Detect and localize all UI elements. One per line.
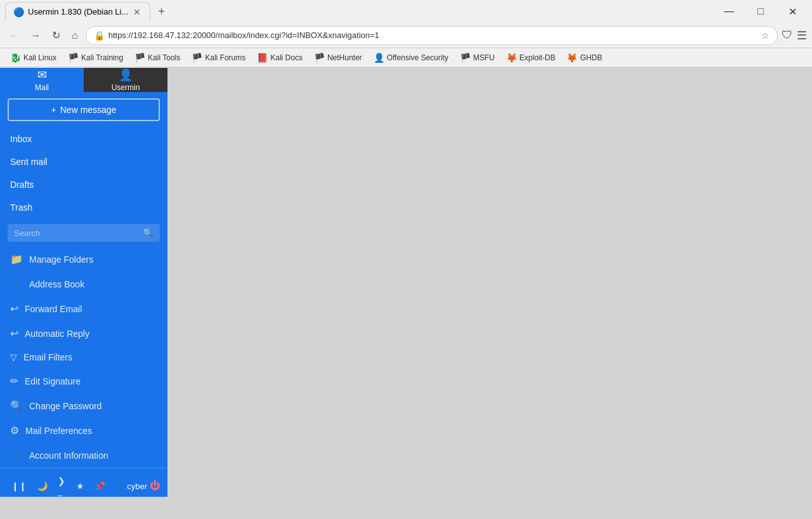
exploit-db-icon: 🦊 (506, 53, 517, 63)
sidebar-item-inbox[interactable]: Inbox (0, 128, 167, 150)
mail-preferences-label: Mail Preferences (25, 426, 92, 436)
bookmark-nethunter[interactable]: 🏴 NetHunter (309, 51, 367, 65)
new-tab-button[interactable]: + (153, 3, 170, 21)
bookmark-ghdb[interactable]: 🦊 GHDB (561, 51, 607, 65)
minimize-button[interactable]: — (714, 1, 743, 22)
title-bar: 🔵 Usermin 1.830 (Debian Li... ✕ + — □ ✕ (0, 0, 812, 23)
sidebar: ✉ Mail 👤 Usermin + New message Inbox Sen… (0, 68, 167, 497)
shield-icon: 🛡 (782, 29, 793, 42)
bookmark-label: Offensive Security (387, 53, 449, 62)
search-icon: 🔍 (143, 228, 154, 238)
bookmark-label: MSFU (473, 53, 495, 62)
user-info: 👤 cyber (114, 482, 147, 491)
trash-label: Trash (10, 202, 32, 213)
sidebar-tab-mail[interactable]: ✉ Mail (0, 68, 84, 92)
automatic-reply-icon: ↩ (10, 327, 18, 339)
sidebar-item-drafts[interactable]: Drafts (0, 173, 167, 196)
sidebar-item-mail-preferences[interactable]: ⚙ Mail Preferences (0, 418, 167, 443)
bottom-btn-dashboard[interactable]: ❙❙ (8, 478, 30, 494)
account-information-label: Account Information (29, 450, 108, 461)
search-bar[interactable]: 🔍 (8, 224, 160, 242)
address-bar-icons: ☆ (761, 30, 769, 41)
sidebar-tab-usermin[interactable]: 👤 Usermin (84, 68, 167, 92)
bookmark-label: Kali Tools (148, 53, 180, 62)
bookmark-kali-tools[interactable]: 🏴 Kali Tools (129, 51, 185, 65)
kali-forums-icon: 🏴 (192, 53, 202, 63)
browser-tab-active[interactable]: 🔵 Usermin 1.830 (Debian Li... ✕ (5, 2, 150, 21)
forward-email-icon: ↩ (10, 303, 18, 315)
search-input[interactable] (14, 228, 139, 238)
bookmark-kali-forums[interactable]: 🏴 Kali Forums (187, 51, 251, 65)
email-filters-label: Email Filters (23, 352, 72, 362)
main-content (167, 68, 812, 497)
manage-folders-label: Manage Folders (29, 254, 93, 265)
new-message-button[interactable]: + New message (8, 98, 160, 121)
address-bar[interactable]: 🔒 https://192.168.47.132:20000/mailbox/i… (86, 26, 778, 45)
sidebar-item-account-information[interactable]: 👤 Account Information (0, 443, 167, 468)
sidebar-item-trash[interactable]: Trash (0, 196, 167, 219)
address-book-icon: 👤 (10, 278, 23, 290)
tab-bar: 🔵 Usermin 1.830 (Debian Li... ✕ + (5, 2, 714, 21)
bookmark-offensive-security[interactable]: 👤 Offensive Security (369, 51, 454, 65)
browser-chrome: 🔵 Usermin 1.830 (Debian Li... ✕ + — □ ✕ … (0, 0, 812, 68)
address-book-label: Address Book (29, 279, 84, 289)
sidebar-item-address-book[interactable]: 👤 Address Book (0, 272, 167, 296)
bottom-btn-pin[interactable]: 📌 (91, 478, 109, 494)
ghdb-icon: 🦊 (566, 53, 577, 63)
sidebar-item-edit-signature[interactable]: ✏ Edit Signature (0, 369, 167, 393)
refresh-button[interactable]: ↻ (48, 27, 64, 44)
bookmark-label: Kali Forums (205, 53, 246, 62)
sidebar-item-change-password[interactable]: 🔍 Change Password (0, 393, 167, 418)
usermin-tab-icon: 👤 (119, 68, 133, 82)
automatic-reply-label: Automatic Reply (25, 329, 89, 339)
bottom-toolbar: ❙❙ 🌙 ❯_ ★ 📌 👤 cyber ⏻ (0, 468, 167, 497)
home-button[interactable]: ⌂ (68, 27, 82, 44)
titlebar-controls: — □ ✕ (714, 1, 807, 22)
bookmark-exploit-db[interactable]: 🦊 Exploit-DB (501, 51, 561, 65)
bookmark-kali-docs[interactable]: 📕 Kali Docs (252, 51, 308, 65)
menu-icon[interactable]: ☰ (797, 29, 807, 43)
edit-signature-label: Edit Signature (25, 376, 81, 386)
nav-bar: ← → ↻ ⌂ 🔒 https://192.168.47.132:20000/m… (0, 23, 812, 48)
bookmarks-bar: 🐉 Kali Linux 🏴 Kali Training 🏴 Kali Tool… (0, 48, 812, 67)
usermin-tab-label: Usermin (112, 83, 140, 92)
tab-close-button[interactable]: ✕ (132, 6, 142, 18)
bookmark-label: Exploit-DB (520, 53, 556, 62)
username-label: cyber (127, 482, 147, 491)
forward-button[interactable]: → (27, 27, 44, 44)
tab-favicon: 🔵 (13, 7, 24, 17)
close-button[interactable]: ✕ (778, 1, 807, 22)
manage-folders-icon: 📁 (10, 253, 23, 265)
mail-preferences-icon: ⚙ (10, 424, 19, 437)
sidebar-item-sent-mail[interactable]: Sent mail (0, 150, 167, 173)
email-filters-icon: ▽ (10, 352, 17, 362)
change-password-icon: 🔍 (10, 400, 23, 412)
mail-tab-icon: ✉ (37, 68, 47, 82)
sidebar-item-forward-email[interactable]: ↩ Forward Email (0, 296, 167, 321)
app-layout: ✉ Mail 👤 Usermin + New message Inbox Sen… (0, 68, 812, 497)
back-button[interactable]: ← (5, 27, 23, 44)
change-password-label: Change Password (29, 401, 102, 411)
forward-email-label: Forward Email (25, 304, 82, 314)
sent-mail-label: Sent mail (10, 157, 47, 167)
url-display: https://192.168.47.132:20000/mailbox/ind… (108, 30, 757, 40)
sidebar-item-email-filters[interactable]: ▽ Email Filters (0, 346, 167, 369)
sidebar-tabs: ✉ Mail 👤 Usermin (0, 68, 167, 92)
bottom-btn-terminal[interactable]: ❯_ (54, 473, 70, 497)
bookmark-msfu[interactable]: 🏴 MSFU (455, 51, 500, 65)
logout-button[interactable]: ⏻ (150, 480, 160, 492)
bottom-btn-night[interactable]: 🌙 (33, 478, 51, 494)
bookmark-label: Kali Training (81, 53, 123, 62)
plus-icon: + (51, 105, 56, 115)
inbox-label: Inbox (10, 134, 32, 144)
bookmark-kali-training[interactable]: 🏴 Kali Training (63, 51, 128, 65)
mail-tab-label: Mail (35, 83, 49, 92)
maximize-button[interactable]: □ (746, 1, 775, 22)
sidebar-item-manage-folders[interactable]: 📁 Manage Folders (0, 247, 167, 272)
bookmark-kali-linux[interactable]: 🐉 Kali Linux (5, 51, 62, 65)
bottom-btn-starred[interactable]: ★ (72, 478, 88, 494)
tab-title: Usermin 1.830 (Debian Li... (28, 7, 128, 16)
sidebar-item-automatic-reply[interactable]: ↩ Automatic Reply (0, 321, 167, 346)
kali-training-icon: 🏴 (68, 53, 79, 63)
bookmark-star-icon[interactable]: ☆ (761, 30, 769, 41)
